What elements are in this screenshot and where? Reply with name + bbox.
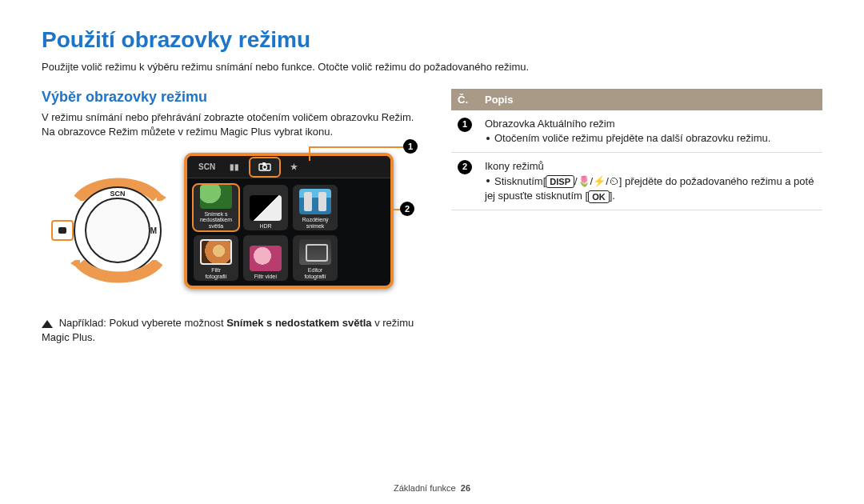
row-2-badge: 2	[458, 160, 472, 174]
intro-text: Použijte volič režimu k výběru režimu sn…	[42, 61, 822, 73]
mode-tab-magic-icon: ★	[286, 161, 302, 173]
callout-1-leader	[309, 146, 310, 161]
tile-photo-editor: Editorfotografií	[293, 235, 338, 281]
dial-mode-m: M	[150, 226, 157, 235]
row-2-pre: Stisknutím[	[494, 175, 546, 187]
bullet-icon	[486, 137, 490, 140]
split-shot-icon	[299, 189, 331, 214]
triangle-bullet-icon	[42, 320, 53, 328]
row-2-bullet: Stisknutím[DISP/🌷/⚡/⏲] přejděte do požad…	[485, 174, 816, 204]
macro-icon: 🌷	[578, 174, 590, 189]
camera-icon	[258, 160, 271, 174]
example-bold: Snímek s nedostatkem světla	[226, 317, 371, 329]
mode-tab-selected	[249, 157, 281, 178]
hdr-icon	[250, 195, 282, 221]
tile-split-shot: Rozdělenýsnímek	[293, 185, 338, 230]
row-1-title: Obrazovka Aktuálního režim	[485, 117, 816, 131]
row-1-bullet-text: Otočením voliče režimu přejděte na další…	[494, 132, 770, 144]
row-1-bullet: Otočením voliče režimu přejděte na další…	[485, 131, 816, 146]
table-row: 2 Ikony režimů Stisknutím[DISP/🌷/⚡/⏲] př…	[451, 153, 822, 210]
description-table: Č. Popis 1 Obrazovka Aktuálního režim Ot…	[451, 89, 822, 210]
section-body-1: V režimu snímání nebo přehrávání zobrazt…	[42, 110, 426, 125]
svg-rect-4	[262, 162, 266, 165]
svg-point-3	[263, 165, 267, 169]
mode-dial: SCN M	[42, 170, 170, 298]
footer-section: Základní funkce	[394, 483, 456, 493]
tile-label: Filtr videí	[243, 274, 288, 279]
photo-filter-icon	[200, 239, 232, 265]
right-column: Č. Popis 1 Obrazovka Aktuálního režim Ot…	[451, 89, 822, 344]
low-light-icon	[200, 185, 232, 209]
row-2-title: Ikony režimů	[485, 159, 816, 174]
dial-mode-scn: SCN	[110, 190, 125, 198]
mode-tab-video-icon: ▮▮	[225, 161, 244, 173]
tile-hdr: HDR	[243, 185, 288, 230]
row-1-badge: 1	[458, 118, 472, 132]
tile-photo-filter: Filtrfotografií	[194, 235, 238, 281]
dial-center	[85, 198, 150, 263]
page-title: Použití obrazovky režimu	[42, 27, 822, 53]
tile-video-filter: Filtr videí	[243, 235, 288, 281]
row-2-end: ].	[610, 190, 615, 202]
table-row: 1 Obrazovka Aktuálního režim Otočením vo…	[451, 110, 822, 153]
tile-label: HDR	[243, 223, 288, 229]
callout-1-leader	[309, 146, 405, 148]
rotate-arrow-bottom-icon	[70, 260, 166, 294]
camera-lcd: SCN ▮▮ ★ Snímek snedostatkem světla	[184, 153, 394, 289]
example-text: Například: Pokud vyberete možnost Snímek…	[42, 316, 426, 344]
section-body-2: Na obrazovce Režim můžete v režimu Magic…	[42, 125, 426, 139]
bullet-icon	[486, 179, 490, 182]
photo-editor-icon	[299, 239, 331, 265]
tile-label: Snímek snedostatkem světla	[194, 211, 238, 229]
example-prefix: Například: Pokud vyberete možnost	[59, 317, 227, 329]
video-filter-icon	[250, 246, 282, 271]
section-subhead: Výběr obrazovky režimu	[42, 89, 426, 106]
page-footer: Základní funkce 26	[0, 483, 864, 493]
tile-label: Rozdělenýsnímek	[293, 217, 338, 229]
mode-tab-scn: SCN	[194, 161, 220, 173]
disp-key-icon: DISP	[546, 175, 574, 188]
left-column: Výběr obrazovky režimu V režimu snímání …	[42, 89, 426, 344]
mode-grid: Snímek snedostatkem světla HDR Rozdělený…	[187, 178, 390, 287]
callout-1-badge: 1	[403, 139, 418, 154]
th-number: Č.	[451, 89, 478, 110]
mode-tab-bar: SCN ▮▮ ★	[187, 156, 390, 178]
flash-icon: ⚡	[593, 174, 606, 189]
tile-low-light: Snímek snedostatkem světla	[194, 185, 238, 230]
two-columns: Výběr obrazovky režimu V režimu snímání …	[42, 89, 822, 344]
mode-diagram: SCN M SCN ▮▮	[42, 146, 426, 306]
dial-index-highlight	[51, 220, 74, 241]
th-description: Popis	[478, 89, 822, 110]
callout-2-badge: 2	[400, 202, 414, 216]
ok-key-icon: OK	[588, 190, 610, 203]
svg-marker-1	[70, 260, 80, 270]
timer-icon: ⏲	[609, 174, 619, 189]
svg-marker-0	[157, 191, 166, 201]
tile-label: Editorfotografií	[293, 267, 338, 279]
footer-page-number: 26	[461, 483, 470, 493]
tile-label: Filtrfotografií	[194, 267, 238, 279]
